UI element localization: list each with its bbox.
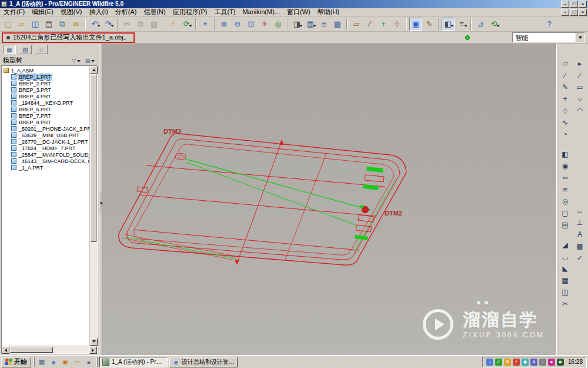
tree-item[interactable]: _46143__SIM-CARD-DECK_6.PRT bbox=[4, 158, 89, 164]
repaint-button[interactable]: ✳ bbox=[258, 18, 271, 31]
dimension-tool[interactable]: ↔ bbox=[573, 205, 586, 216]
circle-tool[interactable]: ○ bbox=[573, 93, 586, 104]
shell-tool[interactable]: ▢ bbox=[559, 207, 572, 218]
mdi-restore-button[interactable]: □ bbox=[570, 9, 578, 16]
tree-item[interactable]: BREP_4.PRT bbox=[4, 93, 89, 100]
tray-messenger-icon[interactable]: ✉ bbox=[504, 359, 511, 366]
save-button[interactable]: ◫ bbox=[29, 18, 42, 31]
tree-item[interactable]: BREP_2.PRT bbox=[4, 80, 89, 87]
datum-axes-toggle[interactable]: ∕ bbox=[363, 18, 376, 31]
tree-item[interactable]: _25847__MANIFOLD_SOLID_BREP bbox=[4, 151, 89, 158]
scroll-up-button[interactable] bbox=[90, 66, 98, 74]
saved-views-button[interactable]: ▦ bbox=[304, 18, 317, 31]
tree-item[interactable]: BREP_7.PRT bbox=[4, 112, 89, 119]
quicklaunch-show-desktop[interactable]: ▦ bbox=[36, 357, 47, 367]
combo-dropdown-button[interactable] bbox=[576, 33, 584, 42]
orient-mode-button[interactable]: ⟲ bbox=[487, 18, 500, 31]
datum-point-tool[interactable]: + bbox=[559, 93, 572, 104]
datum-points-toggle[interactable]: + bbox=[377, 18, 390, 31]
line-tool[interactable]: ∕ bbox=[573, 69, 586, 81]
rectangle-tool[interactable]: ▭ bbox=[573, 81, 586, 92]
scroll-right-button[interactable] bbox=[89, 346, 97, 354]
select-items-tool[interactable]: ▸ bbox=[573, 58, 586, 69]
3d-viewport-canvas[interactable]: DTM3 DTM2 bbox=[102, 44, 556, 355]
done-tool[interactable]: ✓ bbox=[573, 252, 586, 263]
tray-security-icon[interactable]: ● bbox=[548, 359, 555, 366]
scroll-thumb[interactable] bbox=[91, 74, 96, 242]
datum-axis-tool[interactable]: ∕ bbox=[559, 69, 572, 81]
datum-planes-toggle[interactable]: ▱ bbox=[350, 18, 363, 31]
context-help-button[interactable]: ? bbox=[543, 18, 556, 31]
hole-tool[interactable]: ◎ bbox=[559, 195, 572, 207]
find-button[interactable]: ⌖ bbox=[199, 18, 212, 31]
quicklaunch-media-player[interactable]: ◉ bbox=[60, 357, 71, 367]
regen-manager-button[interactable]: ⟳ bbox=[180, 18, 193, 31]
favorites-tab[interactable]: ☆ bbox=[35, 45, 48, 54]
draft-tool[interactable]: ◢ bbox=[559, 239, 572, 250]
tray-download-icon[interactable]: ↓ bbox=[539, 359, 546, 366]
mdi-close-button[interactable]: × bbox=[579, 9, 587, 16]
view-manager-button[interactable]: ▩ bbox=[331, 18, 344, 31]
extrude-tool[interactable]: ◧ bbox=[559, 148, 572, 160]
tree-item[interactable]: _50201__PHONE-JACK_3.PRT bbox=[4, 125, 89, 132]
tray-network-icon[interactable]: ◆ bbox=[522, 359, 529, 366]
menu-manikin[interactable]: Manikin(M)... bbox=[239, 8, 283, 16]
tree-item[interactable]: BREP_1.PRT bbox=[4, 74, 89, 80]
spin-center-button[interactable]: ◎ bbox=[272, 18, 285, 31]
tree-item[interactable]: BREP_8.PRT bbox=[4, 119, 89, 125]
menu-info[interactable]: 信息(N) bbox=[140, 8, 169, 16]
text-tool[interactable]: A bbox=[573, 228, 586, 240]
zoom-in-button[interactable]: ⊕ bbox=[218, 18, 230, 31]
redo-button[interactable]: ↷ bbox=[102, 18, 115, 31]
tree-root[interactable]: 1_A.ASM bbox=[4, 67, 89, 74]
display-style-button[interactable]: ◨ bbox=[290, 18, 303, 31]
tree-item[interactable]: BREP_6.PRT bbox=[4, 106, 89, 112]
palette-tool[interactable]: ▩ bbox=[573, 240, 586, 251]
pattern-tool[interactable]: ▦ bbox=[559, 274, 572, 286]
edge-style-button[interactable]: ≡ bbox=[455, 18, 468, 31]
new-file-button[interactable]: ▢ bbox=[2, 18, 15, 31]
model-display-toggle[interactable]: ◧ bbox=[442, 18, 455, 31]
folder-browser-tab[interactable]: ▧ bbox=[19, 45, 32, 54]
blend-tool[interactable]: ≋ bbox=[559, 184, 572, 195]
task-browser-window[interactable]: e设计总结和设计资源... bbox=[169, 357, 238, 367]
csys-toggle[interactable]: ⊹ bbox=[390, 18, 403, 31]
menu-view[interactable]: 视图(V) bbox=[57, 8, 86, 16]
layers-button[interactable]: ≣ bbox=[318, 18, 330, 31]
model-copy-button[interactable]: ⧉ bbox=[56, 18, 69, 31]
constraint-tool[interactable]: ⊥ bbox=[573, 217, 586, 228]
tray-volume-icon[interactable]: ♪ bbox=[486, 359, 493, 366]
tree-item[interactable]: _53639__MINI_USB.PRT bbox=[4, 132, 89, 138]
tree-item[interactable]: _1_A.PRT bbox=[4, 164, 89, 171]
datum-plane-tool[interactable]: ▱ bbox=[559, 58, 572, 69]
undo-button[interactable]: ↶ bbox=[88, 18, 101, 31]
model-tree-tab[interactable]: ▦ bbox=[3, 45, 16, 54]
send-email-button[interactable]: ✉ bbox=[69, 18, 82, 31]
tray-antivirus-icon[interactable]: ✓ bbox=[495, 359, 502, 366]
menu-file[interactable]: 文件(F) bbox=[0, 8, 28, 16]
close-button[interactable]: × bbox=[579, 1, 587, 8]
panel-collapse-handle[interactable] bbox=[99, 193, 102, 213]
menu-analysis[interactable]: 分析(A) bbox=[112, 8, 141, 16]
tree-item[interactable]: _194844__KEY-D.PRT bbox=[4, 100, 89, 106]
quicklaunch-folder[interactable]: ▱ bbox=[72, 357, 82, 367]
tree-item[interactable]: _26770__DC-JACK-1_1.PRT bbox=[4, 138, 89, 145]
tray-input-icon[interactable]: A bbox=[530, 359, 537, 366]
coord-system-tool[interactable]: ⊹ bbox=[559, 105, 572, 116]
annotation-display-toggle[interactable]: ▣ bbox=[409, 18, 422, 31]
notes-display-toggle[interactable]: ✎ bbox=[423, 18, 436, 31]
menu-edit[interactable]: 编辑(E) bbox=[28, 8, 57, 16]
refit-button[interactable]: ⊡ bbox=[245, 18, 258, 31]
quicklaunch-overflow[interactable]: » bbox=[83, 357, 94, 367]
regenerate-button[interactable]: ⚡ bbox=[166, 18, 179, 31]
rib-tool[interactable]: ▤ bbox=[559, 219, 572, 230]
mirror-tool[interactable]: ◫ bbox=[559, 286, 572, 297]
chamfer-tool[interactable]: ◣ bbox=[559, 263, 572, 274]
tree-settings-menu-button[interactable]: ▤ bbox=[84, 57, 96, 65]
tree-show-menu-button[interactable]: ▽ bbox=[71, 57, 82, 65]
print-button[interactable]: ▤ bbox=[42, 18, 55, 31]
quicklaunch-ie[interactable]: e bbox=[48, 357, 59, 367]
tree-item[interactable]: BREP_3.PRT bbox=[4, 87, 89, 93]
tray-pe-icon[interactable]: ■ bbox=[557, 359, 564, 366]
scroll-left-button[interactable] bbox=[2, 346, 9, 354]
